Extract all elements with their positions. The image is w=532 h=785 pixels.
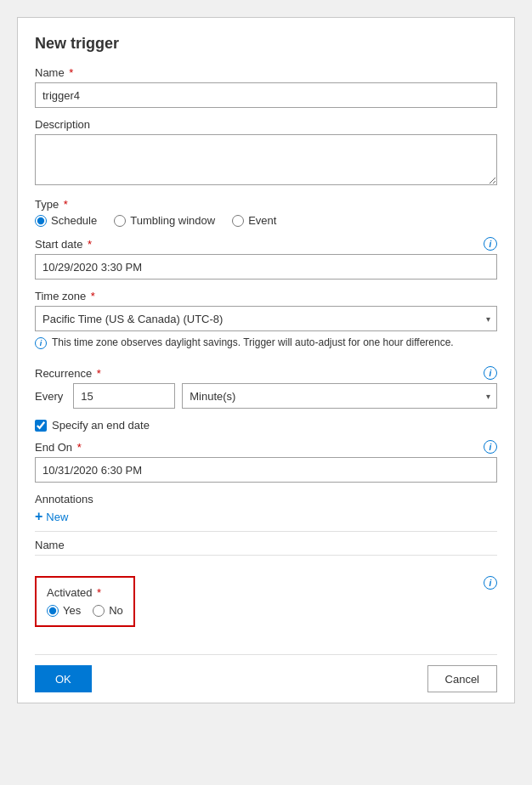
specify-end-date-checkbox[interactable] <box>35 420 47 432</box>
end-on-input[interactable] <box>35 457 497 483</box>
activated-yes-label: Yes <box>63 604 81 617</box>
recurrence-group: Recurrence * i Every Minute(s) Hour(s) D… <box>35 366 497 409</box>
timezone-label: Time zone * <box>35 290 95 302</box>
activated-header: Activated * <box>47 586 123 599</box>
type-schedule-label: Schedule <box>51 214 97 227</box>
type-tumbling-label: Tumbling window <box>130 214 215 227</box>
end-on-info-icon[interactable]: i <box>484 440 497 454</box>
activated-no-label: No <box>109 604 123 617</box>
timezone-info-message: i This time zone observes daylight savin… <box>35 336 497 349</box>
end-on-group: End On * i <box>35 440 497 483</box>
description-label: Description <box>35 118 497 131</box>
start-date-info-icon[interactable]: i <box>484 237 497 251</box>
specify-end-date-row: Specify an end date <box>35 419 497 432</box>
activated-info-icon[interactable]: i <box>484 576 497 590</box>
start-date-input[interactable] <box>35 254 497 280</box>
dialog-title: New trigger <box>35 35 497 53</box>
annotations-group: Annotations + New Name <box>35 493 497 566</box>
activated-section: Activated * Yes No <box>35 576 135 627</box>
ok-button[interactable]: OK <box>35 665 92 692</box>
annotations-add-label: New <box>46 511 68 523</box>
name-group: Name * <box>35 66 497 108</box>
name-label: Name * <box>35 66 497 79</box>
recurrence-unit-select-wrapper: Minute(s) Hour(s) Day(s) Week(s) Month(s… <box>182 383 497 409</box>
activated-no-radio[interactable] <box>93 605 105 617</box>
start-date-label: Start date * <box>35 238 92 251</box>
annotations-label: Annotations <box>35 493 497 505</box>
activated-outer: Activated * Yes No i <box>35 576 497 637</box>
type-group: Type * Schedule Tumbling window Event <box>35 198 497 227</box>
type-event-label: Event <box>248 214 276 227</box>
type-event-option[interactable]: Event <box>232 214 276 227</box>
annotations-add-button[interactable]: + New <box>35 509 497 524</box>
recurrence-every-label: Every <box>35 390 63 403</box>
annotations-divider <box>35 531 497 532</box>
start-date-group: Start date * i <box>35 237 497 280</box>
activated-yes-radio[interactable] <box>47 605 59 617</box>
timezone-header: Time zone * <box>35 290 497 302</box>
timezone-select-wrapper: Pacific Time (US & Canada) (UTC-8) ▾ <box>35 306 497 331</box>
type-tumbling-radio[interactable] <box>114 215 126 227</box>
new-trigger-dialog: New trigger Name * Description Type * Sc… <box>17 17 515 703</box>
timezone-select[interactable]: Pacific Time (US & Canada) (UTC-8) <box>35 306 497 331</box>
recurrence-unit-select[interactable]: Minute(s) Hour(s) Day(s) Week(s) Month(s… <box>182 383 497 409</box>
type-options-row: Schedule Tumbling window Event <box>35 214 497 227</box>
cancel-button[interactable]: Cancel <box>427 665 497 692</box>
activated-radio-row: Yes No <box>47 604 123 617</box>
name-input[interactable] <box>35 82 497 108</box>
type-label: Type * <box>35 198 497 211</box>
description-group: Description <box>35 118 497 188</box>
description-textarea[interactable] <box>35 134 497 185</box>
recurrence-row: Every Minute(s) Hour(s) Day(s) Week(s) M… <box>35 383 497 409</box>
type-schedule-option[interactable]: Schedule <box>35 214 97 227</box>
activated-label: Activated * <box>47 586 101 599</box>
type-tumbling-option[interactable]: Tumbling window <box>114 214 215 227</box>
annotations-name-column: Name <box>35 539 497 556</box>
type-schedule-radio[interactable] <box>35 215 47 227</box>
timezone-group: Time zone * Pacific Time (US & Canada) (… <box>35 290 497 356</box>
specify-end-date-label[interactable]: Specify an end date <box>52 419 150 432</box>
start-date-header: Start date * i <box>35 237 497 251</box>
recurrence-label: Recurrence * <box>35 367 101 380</box>
end-on-header: End On * i <box>35 440 497 454</box>
annotations-plus-icon: + <box>35 509 42 524</box>
recurrence-header: Recurrence * i <box>35 366 497 380</box>
bottom-section: OK Cancel <box>35 654 497 703</box>
end-on-label: End On * <box>35 441 82 454</box>
recurrence-value-input[interactable] <box>73 383 175 409</box>
recurrence-info-icon[interactable]: i <box>484 366 497 380</box>
activated-yes-option[interactable]: Yes <box>47 604 81 617</box>
activated-no-option[interactable]: No <box>93 604 123 617</box>
timezone-info-icon: i <box>35 337 47 349</box>
type-event-radio[interactable] <box>232 215 244 227</box>
